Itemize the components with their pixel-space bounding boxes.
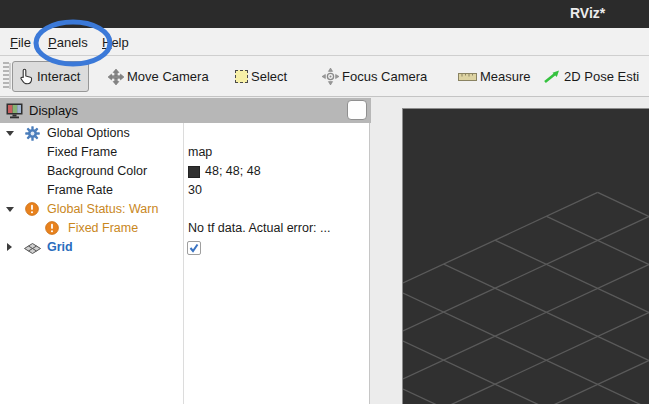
grid-enabled-checkbox[interactable] <box>187 241 201 255</box>
gear-icon <box>25 126 40 146</box>
collapse-arrow-icon[interactable] <box>6 207 14 212</box>
warning-icon <box>25 202 39 221</box>
tool-select-label: Select <box>251 69 287 84</box>
tool-measure[interactable]: Measure <box>458 61 531 92</box>
tool-select[interactable]: Select <box>235 61 287 92</box>
move-arrows-icon <box>108 69 124 85</box>
monitor-icon <box>6 103 23 119</box>
tree-row-frame-rate[interactable]: Frame Rate 30 <box>0 182 369 199</box>
menu-bar: File Panels Help <box>0 28 649 56</box>
window-titlebar: RViz* <box>0 0 649 28</box>
tree-row-fixed-frame[interactable]: Fixed Frame map <box>0 144 369 161</box>
tool-2d-pose-estimate[interactable]: 2D Pose Esti <box>543 61 639 92</box>
row-label: Global Status: Warn <box>47 201 158 218</box>
tree-row-background-color[interactable]: Background Color 48; 48; 48 <box>0 163 369 180</box>
tool-interact-label: Interact <box>37 69 80 84</box>
row-value[interactable]: 30 <box>188 182 202 199</box>
collapse-arrow-icon[interactable] <box>6 131 14 136</box>
menu-panels[interactable]: Panels <box>44 33 92 52</box>
color-swatch[interactable] <box>188 166 200 178</box>
pose-arrow-icon <box>543 69 561 84</box>
ruler-icon <box>458 71 477 82</box>
row-value[interactable]: 48; 48; 48 <box>205 163 261 180</box>
tree-row-global-status[interactable]: Global Status: Warn <box>0 201 369 218</box>
tool-2d-pose-estimate-label: 2D Pose Esti <box>564 69 639 84</box>
selection-box-icon <box>235 70 248 83</box>
row-label: Fixed Frame <box>47 144 117 161</box>
menu-help[interactable]: Help <box>98 33 133 52</box>
window-title: RViz* <box>570 5 605 21</box>
row-value[interactable]: map <box>188 144 212 161</box>
row-label: Frame Rate <box>47 182 113 199</box>
render-viewport[interactable] <box>402 108 649 404</box>
tool-focus-camera-label: Focus Camera <box>342 69 427 84</box>
panel-float-button[interactable] <box>347 100 367 120</box>
tool-move-camera[interactable]: Move Camera <box>108 61 209 92</box>
crosshair-icon <box>322 68 339 85</box>
tool-interact[interactable]: Interact <box>12 61 89 92</box>
tool-focus-camera[interactable]: Focus Camera <box>322 61 427 92</box>
tree-row-status-fixed-frame[interactable]: Fixed Frame No tf data. Actual error: ..… <box>0 220 369 237</box>
toolbar-drag-handle[interactable] <box>3 62 9 90</box>
tree-row-global-options[interactable]: Global Options <box>0 125 369 142</box>
menu-file[interactable]: File <box>6 33 35 52</box>
tree-row-grid[interactable]: Grid <box>0 239 369 256</box>
hand-pointer-icon <box>18 68 34 85</box>
row-label: Background Color <box>47 163 147 180</box>
row-label: Fixed Frame <box>68 220 138 237</box>
ground-grid <box>403 109 649 404</box>
warning-icon <box>45 221 59 240</box>
toolbar: Interact Move Camera Select <box>0 56 649 97</box>
expand-arrow-icon[interactable] <box>7 243 12 251</box>
displays-panel-title: Displays <box>29 103 78 118</box>
row-label: Global Options <box>47 125 130 142</box>
row-label: Grid <box>47 239 73 256</box>
grid-icon <box>24 242 41 259</box>
displays-panel-header[interactable]: Displays <box>0 98 371 123</box>
tool-measure-label: Measure <box>480 69 531 84</box>
tool-move-camera-label: Move Camera <box>127 69 209 84</box>
row-value: No tf data. Actual error: ... <box>188 220 330 237</box>
